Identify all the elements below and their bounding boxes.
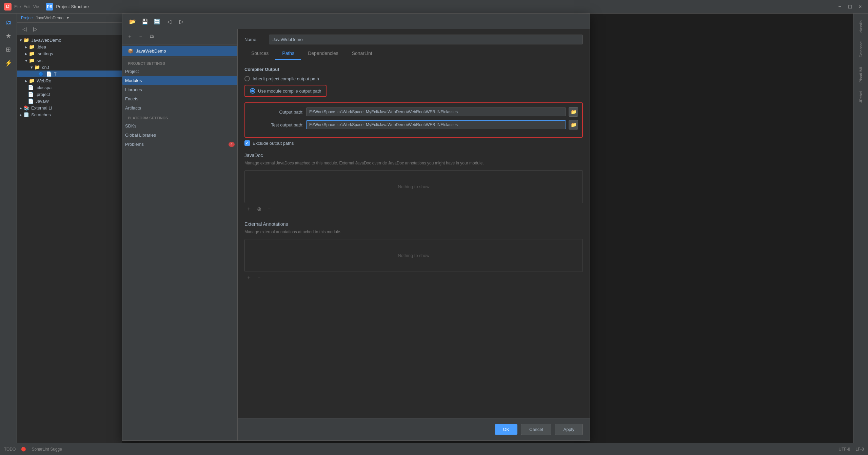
right-panel-plantuml[interactable]: PlantUML [857, 62, 864, 86]
use-module-radio-label: Use module compile output path [258, 88, 321, 94]
tree-item-webroot[interactable]: ▸ 📁 WebRo [17, 77, 122, 84]
nav-sdks[interactable]: SDKs [122, 121, 237, 131]
menu-file[interactable]: File [14, 4, 21, 9]
test-output-path-row: Test output path: 📁 [249, 120, 578, 130]
sonar-label[interactable]: SonarLint Sugge [32, 447, 62, 452]
ext-annotations-desc: Manage external annotations attached to … [244, 229, 583, 235]
javadoc-list: Nothing to show [244, 170, 583, 203]
ext-ann-add-btn[interactable]: ＋ [244, 273, 253, 282]
tree-file-icon: 📄 [28, 98, 34, 104]
test-output-path-input[interactable] [306, 120, 566, 129]
content-area: 📂 💾 🔄 ◁ ▷ ＋ － ⧉ [122, 14, 853, 455]
tree-item-classpath[interactable]: 📄 .classpa [17, 84, 122, 91]
toolbar-forward[interactable]: ▷ [31, 24, 40, 34]
right-panel-jrebel[interactable]: JRebel [857, 87, 864, 107]
output-path-input[interactable] [306, 107, 566, 116]
nav-facets[interactable]: Facets [122, 94, 237, 103]
tree-item-scratches[interactable]: ▸ 🗒️ Scratches [17, 111, 122, 118]
name-input[interactable] [269, 35, 583, 44]
toolbar-open-btn[interactable]: 📂 [128, 17, 137, 26]
tree-item-label: cn.t [42, 65, 49, 70]
dropdown-icon[interactable]: ▾ [67, 16, 69, 20]
inherit-radio-circle [244, 76, 250, 81]
javadoc-add-btn[interactable]: ＋ [244, 204, 253, 213]
javadoc-remove-btn[interactable]: － [265, 204, 274, 213]
tree-expand-icon [36, 72, 37, 77]
tree-item-cn[interactable]: ▾ 📁 cn.t [17, 64, 122, 71]
todo-label[interactable]: TODO [4, 447, 16, 452]
toolbar-back-btn[interactable]: ◁ [164, 17, 174, 26]
exclude-checkbox-row[interactable]: ✓ Exclude output paths [244, 140, 583, 146]
nav-artifacts[interactable]: Artifacts [122, 103, 237, 113]
nav-global-libraries[interactable]: Global Libraries [122, 131, 237, 140]
tree-item-settings[interactable]: ▸ 📁 .settings [17, 50, 122, 57]
inherit-radio-option[interactable]: Inherit project compile output path [244, 76, 583, 81]
module-item-javawebdemo[interactable]: 📦 JavaWebDemo [122, 46, 237, 56]
maximize-button[interactable]: □ [846, 3, 854, 11]
toolbar-save-btn[interactable]: 💾 [140, 17, 150, 26]
tree-item-javaw[interactable]: 📄 JavaW [17, 98, 122, 104]
tree-item-label: JavaW [36, 99, 49, 104]
tree-file-icon: 📄 [28, 85, 34, 90]
checkbox-check-icon: ✓ [245, 141, 249, 145]
cancel-button[interactable]: Cancel [521, 424, 551, 435]
menu-edit[interactable]: Edit [23, 4, 31, 9]
use-module-radio-option[interactable]: Use module compile output path [244, 85, 327, 97]
dialog-nav: ＋ － ⧉ 📦 JavaWebDemo Project Settings [122, 29, 238, 440]
javadoc-section: JavaDoc Manage external JavaDocs attache… [244, 153, 583, 215]
remove-module-btn[interactable]: － [136, 32, 145, 41]
add-module-btn[interactable]: ＋ [125, 32, 135, 41]
tab-dependencies[interactable]: Dependencies [301, 47, 345, 60]
dialog-toolbar: 📂 💾 🔄 ◁ ▷ [122, 14, 590, 29]
line-sep-label[interactable]: LF-8 [855, 447, 864, 452]
nav-problems[interactable]: Problems 4 [122, 140, 237, 149]
right-panel-classlib[interactable]: classlib [857, 16, 864, 37]
menu-view[interactable]: Vie [33, 4, 39, 9]
tree-item-src[interactable]: ▾ 📁 src [17, 57, 122, 64]
nav-libraries[interactable]: Libraries [122, 85, 237, 94]
tree-badge: 🔵 [39, 72, 43, 76]
dialog-title-text: Project Structure [56, 4, 89, 9]
module-icon: 📦 [128, 48, 133, 54]
structure-icon[interactable]: ⊞ [2, 43, 15, 56]
minimize-button[interactable]: − [836, 3, 844, 11]
test-output-path-browse-btn[interactable]: 📁 [569, 120, 578, 130]
ok-button[interactable]: OK [495, 424, 517, 435]
close-button[interactable]: × [856, 3, 864, 11]
nav-modules[interactable]: Modules [122, 76, 237, 85]
tree-expand-icon [25, 99, 26, 104]
tree-expand-icon: ▾ [31, 65, 33, 70]
apply-button[interactable]: Apply [555, 424, 583, 435]
tree-item-project[interactable]: 📄 .project [17, 91, 122, 98]
copy-module-btn[interactable]: ⧉ [147, 32, 156, 41]
tree-item-label: Scratches [31, 112, 51, 117]
toolbar-back[interactable]: ◁ [20, 24, 29, 34]
tab-paths[interactable]: Paths [275, 47, 301, 60]
tree-folder-icon: 📁 [29, 44, 35, 50]
tree-item-external[interactable]: ▸ 📚 External Li [17, 104, 122, 111]
toolbar-fwd-btn[interactable]: ▷ [177, 17, 186, 26]
tree-scratch-icon: 🗒️ [23, 112, 29, 117]
nav-project[interactable]: Project [122, 67, 237, 76]
tree-expand-icon [25, 92, 26, 97]
tree-item-idea[interactable]: ▸ 📁 .idea [17, 43, 122, 50]
project-sidebar-icon[interactable]: 🗂 [2, 16, 15, 28]
project-panel-header: Project JavaWebDemo ▾ [17, 14, 122, 23]
favorites-icon[interactable]: ★ [2, 30, 15, 42]
dialog-logo: PS [46, 3, 53, 11]
output-path-browse-btn[interactable]: 📁 [569, 107, 578, 117]
tab-sonarlint[interactable]: SonarLint [345, 47, 379, 60]
javadoc-add-url-btn[interactable]: ⊕ [255, 204, 263, 213]
exclude-checkbox[interactable]: ✓ [244, 140, 250, 146]
toolbar-refresh-btn[interactable]: 🔄 [152, 17, 162, 26]
encoding-label[interactable]: UTF-8 [839, 447, 850, 452]
tree-folder-icon: 📁 [23, 37, 29, 43]
right-panel-database[interactable]: Database [857, 37, 864, 61]
tree-item-javawebdemo[interactable]: ▾ 📁 JavaWebDemo [17, 37, 122, 43]
tree-item-label: WebRo [37, 78, 51, 83]
ext-ann-remove-btn[interactable]: － [255, 273, 263, 282]
tree-item-t[interactable]: 🔵 📄 T [17, 71, 122, 77]
tree-item-label: .classpa [36, 85, 52, 90]
jrebel-icon[interactable]: ⚡ [2, 57, 15, 69]
tab-sources[interactable]: Sources [244, 47, 275, 60]
